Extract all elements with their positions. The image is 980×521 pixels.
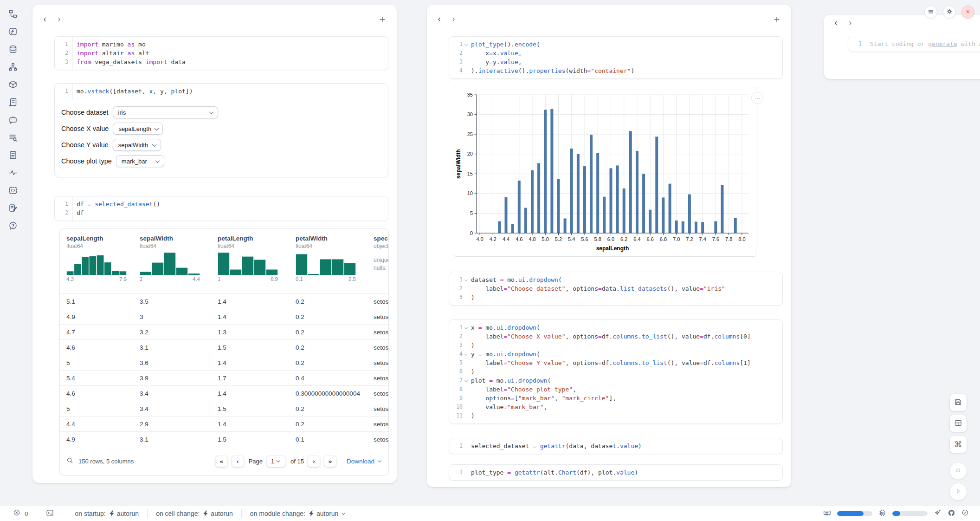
table-row[interactable]: 5.43.91.70.4setosa	[60, 370, 388, 385]
chart-menu-button[interactable]: ⋯	[751, 92, 763, 104]
table-row[interactable]: 4.63.11.50.2setosa	[60, 339, 388, 355]
x-value-select[interactable]: sepalLength	[113, 123, 163, 135]
column-header-petalWidth[interactable]: petalWidthfloat64 0.12.5	[289, 229, 367, 293]
layout-button[interactable]	[949, 415, 967, 432]
sidebar-item-document[interactable]	[6, 150, 19, 163]
svg-text:10: 10	[467, 190, 473, 196]
search-list-icon	[8, 133, 18, 144]
fold-icon[interactable]	[464, 43, 468, 46]
next-page-button[interactable]: ›	[308, 456, 320, 467]
sidebar-item-pulse[interactable]	[6, 167, 19, 180]
svg-text:20: 20	[467, 151, 473, 156]
github-icon[interactable]	[948, 509, 955, 519]
code-editor[interactable]: 1plot_type = getattr(alt.Chart(df), plot…	[449, 465, 782, 480]
column-header-species[interactable]: speciesobject unique:nulls:	[367, 229, 388, 293]
on-module-change-setting[interactable]: on module change: autorun	[250, 510, 345, 517]
dataset-select[interactable]: iris	[113, 106, 218, 118]
column-move-right-button[interactable]	[448, 15, 458, 25]
chevron-down-icon	[277, 458, 280, 462]
column-header-sepalWidth[interactable]: sepalWidthfloat64 24.4	[133, 229, 211, 293]
sidebar-item-package[interactable]	[6, 79, 19, 92]
altair-chart-output[interactable]: 4.04.24.44.64.85.05.25.45.65.86.06.26.46…	[454, 87, 756, 257]
y-value-select[interactable]: sepalWidth	[113, 139, 161, 151]
sidebar-item-file-tree[interactable]	[6, 8, 19, 21]
on-cell-change-setting[interactable]: on cell change: autorun	[156, 510, 233, 517]
code-editor[interactable]: 1df = selected_dataset()2df	[55, 196, 388, 221]
code-editor[interactable]: 1import marimo as mo2import altair as al…	[55, 37, 388, 70]
memory-icon	[823, 509, 831, 519]
code-editor[interactable]: 1x = mo.ui.dropdown(2 label="Choose X va…	[449, 320, 782, 423]
add-cell-button[interactable]	[772, 15, 782, 25]
sidebar-item-search-list[interactable]	[6, 132, 19, 145]
gear-icon	[946, 8, 953, 17]
table-row[interactable]: 53.61.40.2setosa	[60, 355, 388, 370]
code-line: 1plot_type = getattr(alt.Chart(df), plot…	[449, 468, 782, 477]
code-line: 10 value="mark_bar",	[449, 403, 782, 411]
fold-icon[interactable]	[464, 278, 468, 281]
sidebar-item-scroll[interactable]	[6, 97, 19, 110]
sidebar-item-database[interactable]	[6, 44, 19, 57]
svg-text:4.8: 4.8	[529, 236, 535, 242]
code-line: 5 label="Choose Y value", options=df.col…	[449, 358, 782, 367]
cpu-icon	[878, 509, 886, 519]
code-editor[interactable]: 1selected_dataset = getattr(data, datase…	[449, 438, 782, 454]
shutdown-button[interactable]	[961, 6, 974, 19]
generate-with-ai-link[interactable]: generate	[928, 40, 957, 47]
code-line: 6)	[449, 367, 782, 376]
run-button[interactable]	[949, 483, 967, 501]
stop-button[interactable]	[949, 462, 967, 480]
fold-icon[interactable]	[464, 326, 468, 329]
code-editor[interactable]: 1plot_type().encode(2 x=x.value,3 y=y.va…	[449, 37, 782, 78]
code-line: 8 label="Choose plot type",	[449, 385, 782, 394]
fold-icon[interactable]	[464, 379, 468, 382]
column-move-left-button[interactable]	[40, 15, 50, 25]
plus-icon	[773, 16, 780, 25]
sidebar-item-dependency-graph[interactable]	[6, 61, 19, 74]
search-icon[interactable]	[66, 456, 74, 466]
sidebar-item-help[interactable]	[6, 220, 19, 233]
table-row[interactable]: 4.93.11.50.1setosa	[60, 431, 388, 447]
plot-type-select[interactable]: mark_bar	[116, 155, 164, 167]
table-row[interactable]: 5.13.51.40.2setosa	[60, 293, 388, 309]
last-page-button[interactable]: »	[324, 456, 336, 467]
add-cell-button[interactable]	[377, 15, 387, 25]
cell-xy-plot-dropdowns: 1x = mo.ui.dropdown(2 label="Choose X va…	[449, 319, 783, 424]
sidebar-item-chat[interactable]	[6, 114, 19, 127]
first-page-button[interactable]: «	[215, 456, 228, 467]
prev-page-button[interactable]: ‹	[232, 456, 244, 467]
scroll-icon	[8, 98, 18, 109]
sidebar-item-function[interactable]	[6, 26, 19, 39]
column-move-right-button[interactable]	[845, 19, 855, 29]
column-header-sepalLength[interactable]: sepalLengthfloat64 4.37.9	[60, 229, 133, 293]
page-select[interactable]: 1	[266, 456, 286, 467]
table-row[interactable]: 53.41.50.2setosa	[60, 401, 388, 416]
column-move-left-button[interactable]	[434, 15, 445, 25]
fold-icon[interactable]	[464, 352, 468, 356]
on-startup-setting[interactable]: on startup: autorun	[75, 510, 139, 517]
notebook-menu-button[interactable]	[924, 6, 937, 19]
table-row[interactable]: 4.63.41.40.30000000000000004setosa	[60, 385, 388, 401]
table-row[interactable]: 4.42.91.40.2setosa	[60, 416, 388, 431]
column-move-right-button[interactable]	[54, 15, 64, 25]
settings-button[interactable]	[943, 6, 956, 19]
svg-text:5.2: 5.2	[555, 236, 562, 242]
ai-sparkles-icon[interactable]	[934, 509, 941, 519]
table-row[interactable]: 4.73.21.30.2setosa	[60, 324, 388, 339]
table-row[interactable]: 4.931.40.2setosa	[60, 309, 388, 324]
column-header-petalLength[interactable]: petalLengthfloat64 16.9	[211, 229, 289, 293]
code-editor[interactable]: 1mo.vstack([dataset, x, y, plot])	[55, 84, 388, 99]
command-icon: ⌘	[954, 440, 962, 449]
errors-icon[interactable]	[13, 509, 20, 518]
terminal-icon[interactable]	[46, 509, 54, 519]
column-move-left-button[interactable]	[831, 19, 841, 29]
save-button[interactable]	[949, 394, 967, 411]
download-button[interactable]: Download	[347, 458, 381, 465]
empty-cell-editor[interactable]: 1 Start coding or generate with AI	[848, 36, 980, 52]
svg-text:5: 5	[470, 210, 473, 216]
connection-status-icon[interactable]	[961, 509, 969, 518]
keyboard-shortcuts-button[interactable]: ⌘	[949, 436, 967, 453]
code-line: 3from vega_datasets import data	[55, 58, 388, 66]
code-editor[interactable]: 1dataset = mo.ui.dropdown(2 label="Choos…	[449, 272, 782, 305]
sidebar-item-scratchpad[interactable]	[6, 202, 19, 215]
sidebar-item-code-snippet[interactable]	[6, 185, 19, 198]
